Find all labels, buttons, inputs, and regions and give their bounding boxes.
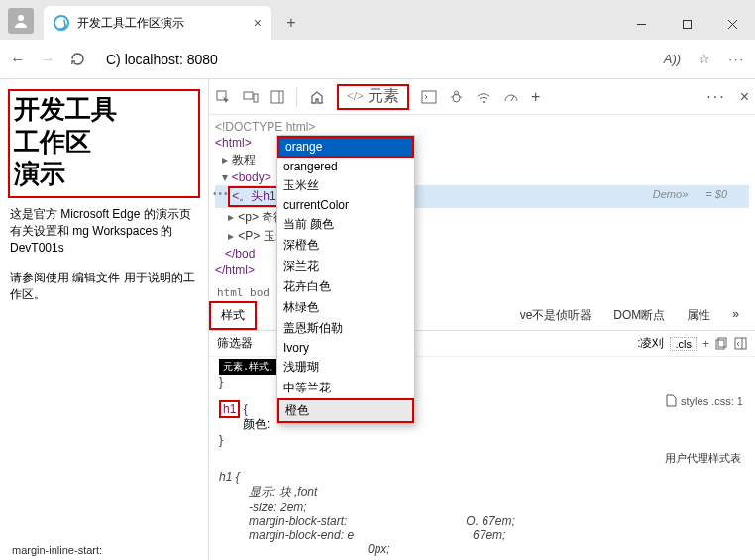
browser-tab[interactable]: 开发工具工作区演示 × [44,6,271,40]
close-tab-icon[interactable]: × [254,15,262,31]
tab-listeners[interactable]: ve不是侦听器 [520,307,593,324]
code-icon: </> [347,89,364,104]
minimize-button[interactable] [618,8,664,40]
more-tabs-button[interactable]: + [531,88,540,106]
source-link[interactable]: styles .css: 1 [666,394,743,407]
status-text: margin-inline-start: [12,544,102,556]
devtools-panel: </> 元素 + ··· × <!DOCTYPE html> <html> ▸教… [208,79,755,560]
filter-label[interactable]: 筛选器 [217,335,253,352]
page-h1: 开发工具工作区演示 [8,89,200,198]
new-rule-icon[interactable]: + [702,337,709,351]
page-paragraph: 请参阅使用 编辑文件 用于说明的工作区。 [10,270,198,304]
performance-icon[interactable] [503,90,519,104]
svg-rect-19 [735,338,746,349]
overflow-icon[interactable]: ••• [213,188,230,199]
sidebar-icon[interactable] [734,337,747,350]
device-icon[interactable] [243,89,259,105]
element-style-label: 元素.样式。 [219,359,282,375]
inspect-icon[interactable] [215,89,231,105]
svg-rect-18 [716,340,724,349]
autocomplete-item[interactable]: orange [277,136,414,158]
copy-icon[interactable] [715,337,728,350]
bug-icon[interactable] [449,89,464,104]
forward-button: → [40,51,55,68]
page-paragraph: 这是官方 Microsoft Edge 的演示页 有关设置和 mg Worksp… [10,206,198,258]
selection-info: Demo»= $0 [653,188,727,200]
profile-avatar[interactable] [8,8,34,34]
reader-mode-icon[interactable]: A)) [664,52,681,66]
tab-title: 开发工具工作区演示 [77,15,246,32]
svg-rect-10 [422,91,436,103]
svg-rect-2 [683,20,691,28]
tab-styles[interactable]: 样式 [209,301,257,330]
svg-rect-7 [254,94,258,102]
file-icon [666,394,677,407]
more-menu-icon[interactable]: ··· [728,52,745,66]
svg-rect-17 [718,338,726,347]
more-icon[interactable]: » [732,307,739,324]
selector-h1[interactable]: h1 [219,400,240,418]
wifi-icon[interactable] [476,90,491,104]
back-button[interactable]: ← [10,51,26,68]
tab-properties[interactable]: 属性 [687,307,710,324]
maximize-button[interactable] [664,8,709,40]
tab-dom-breakpoints[interactable]: DOM断点 [613,307,665,324]
svg-line-16 [511,96,514,101]
autocomplete-popup[interactable]: orange orangered 玉米丝 currentColor 当前 颜色 … [276,135,415,424]
welcome-icon[interactable] [309,89,325,105]
rendered-page: 开发工具工作区演示 这是官方 Microsoft Edge 的演示页 有关设置和… [0,79,208,560]
ua-stylesheet-label: 用户代理样式表 [209,449,755,468]
refresh-button[interactable] [69,51,86,67]
svg-rect-6 [244,92,253,99]
tab-elements[interactable]: </> 元素 [337,84,409,110]
settings-menu-icon[interactable]: ··· [706,88,725,106]
close-devtools-icon[interactable]: × [740,88,749,106]
console-icon[interactable] [421,90,437,104]
favorites-icon[interactable]: ☆ [699,52,710,66]
address-bar[interactable]: C) localhost: 8080 [106,52,218,67]
svg-point-0 [18,15,24,21]
cls-toggle[interactable]: .cls [670,337,697,351]
svg-rect-8 [271,91,283,103]
edge-favicon-icon [54,15,69,31]
close-window-button[interactable] [709,8,755,40]
new-tab-button[interactable]: + [277,9,305,37]
hover-toggle[interactable]: :凌刈 [637,335,664,352]
dock-icon[interactable] [270,90,284,104]
svg-point-15 [483,101,485,103]
